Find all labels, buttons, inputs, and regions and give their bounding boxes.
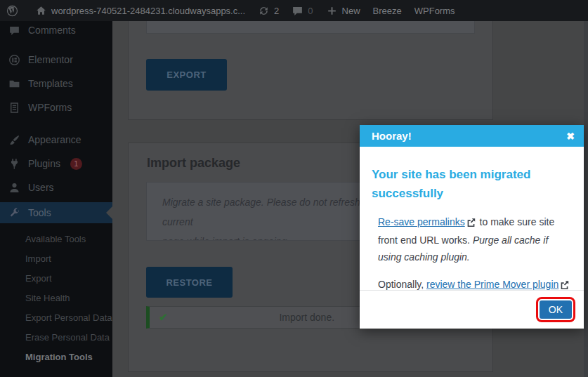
plugins-update-badge: 1	[70, 158, 82, 170]
submenu-item-export-personal-data[interactable]: Export Personal Data	[0, 307, 112, 327]
submenu-item-site-health[interactable]: Site Health	[0, 288, 112, 307]
wordpress-logo-menu[interactable]	[0, 0, 25, 21]
export-description-box	[146, 21, 475, 34]
wpforms-icon	[7, 100, 21, 114]
appearance-icon	[7, 133, 21, 147]
sidebar-item-tools[interactable]: Tools	[0, 202, 112, 223]
updates-icon	[258, 5, 270, 17]
migration-success-heading: Your site has been migrated successfully	[372, 165, 565, 203]
close-icon[interactable]: ✖	[566, 131, 575, 141]
site-name-menu[interactable]: wordpress-740521-2484231.cloudwaysapps.c…	[29, 0, 251, 21]
sidebar-item-plugins[interactable]: Plugins 1	[0, 152, 112, 176]
updates-menu[interactable]: 2	[251, 0, 285, 21]
submenu-item-import[interactable]: Import	[0, 249, 112, 268]
site-name: wordpress-740521-2484231.cloudwaysapps.c…	[51, 6, 245, 16]
check-icon: ✔	[159, 311, 168, 324]
new-label: New	[342, 6, 360, 16]
sidebar-item-users[interactable]: Users	[0, 176, 112, 199]
tools-submenu: Available ToolsImportExportSite HealthEx…	[0, 223, 112, 366]
comments-menu[interactable]: 0	[285, 0, 319, 21]
new-content-menu[interactable]: New	[320, 0, 367, 21]
users-icon	[7, 180, 21, 194]
submenu-item-export[interactable]: Export	[0, 268, 112, 288]
sidebar-item-wpforms[interactable]: WPForms	[0, 95, 112, 119]
sidebar-item-templates[interactable]: Templates	[0, 72, 112, 95]
breeze-menu[interactable]: Breeze	[367, 0, 408, 21]
resave-permalinks-link[interactable]: Re-save permalinks	[378, 216, 465, 227]
modal-title: Hooray!	[372, 130, 412, 142]
modal-footer: OK	[360, 290, 584, 329]
admin-sidebar: Comments Elementor Templates WPForms App…	[0, 21, 112, 377]
home-icon	[35, 5, 47, 17]
sidebar-item-appearance[interactable]: Appearance	[0, 128, 112, 152]
plugins-icon	[7, 157, 21, 171]
tools-icon	[7, 206, 21, 220]
optionally-text: Optionally,	[378, 279, 426, 290]
ok-button[interactable]: OK	[540, 300, 572, 319]
elementor-icon	[7, 53, 21, 67]
modal-body: Your site has been migrated successfully…	[360, 147, 584, 294]
wpforms-menu[interactable]: WPForms	[408, 0, 462, 21]
submenu-item-available-tools[interactable]: Available Tools	[0, 229, 112, 249]
review-prime-mover-link[interactable]: review the Prime Mover plugin	[426, 279, 558, 290]
browser-scrollbar[interactable]	[584, 21, 588, 377]
hooray-modal: Hooray! ✖ Your site has been migrated su…	[360, 125, 584, 329]
submenu-item-migration-tools[interactable]: Migration Tools	[0, 347, 112, 366]
sidebar-item-elementor[interactable]: Elementor	[0, 48, 112, 72]
submenu-item-erase-personal-data[interactable]: Erase Personal Data	[0, 327, 112, 347]
plus-icon	[326, 5, 338, 17]
export-package-card: EXPORT	[128, 21, 493, 120]
permalinks-paragraph: Re-save permalinks to make sure site fro…	[378, 213, 571, 265]
wordpress-logo-icon	[6, 5, 18, 17]
modal-header: Hooray! ✖	[360, 125, 584, 147]
updates-count: 2	[274, 6, 279, 16]
sidebar-item-comments[interactable]: Comments	[0, 21, 112, 39]
export-button[interactable]: EXPORT	[146, 59, 227, 91]
templates-icon	[7, 77, 21, 91]
breeze-label: Breeze	[373, 6, 402, 16]
comments-icon	[7, 23, 21, 37]
wpforms-label: WPForms	[414, 6, 455, 16]
external-link-icon	[466, 215, 476, 232]
comment-bubble-icon	[292, 5, 303, 17]
comments-count: 0	[308, 6, 313, 16]
restore-button[interactable]: RESTORE	[146, 267, 233, 298]
admin-bar: wordpress-740521-2484231.cloudwaysapps.c…	[0, 0, 588, 21]
